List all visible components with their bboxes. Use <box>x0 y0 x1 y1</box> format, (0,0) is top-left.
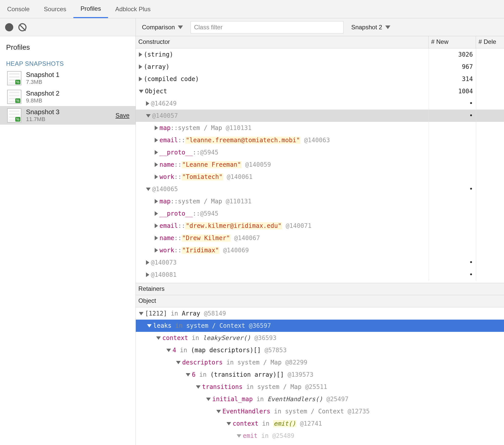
tree-row-prop[interactable]: __proto__ :: @5945 <box>136 207 504 220</box>
collapse-icon[interactable] <box>166 349 171 352</box>
snapshot-name: Snapshot 2 <box>26 89 60 97</box>
snapshot-name: Snapshot 1 <box>26 71 60 79</box>
tree-row-instance[interactable]: @146249 • <box>136 97 504 110</box>
expand-icon[interactable] <box>155 236 158 240</box>
retainer-row[interactable]: [1212] in Array @58149 <box>136 307 504 320</box>
profile-content: Comparison Snapshot 2 Constructor # New … <box>136 18 504 445</box>
tree-row-string[interactable]: (string) 3026 <box>136 48 504 61</box>
tree-row-prop[interactable]: name :: "Drew Kilmer" @140067 <box>136 232 504 244</box>
save-link[interactable]: Save <box>115 112 129 119</box>
heap-snapshots-heading: HEAP SNAPSHOTS <box>0 55 136 69</box>
cell-new: • <box>429 256 476 269</box>
retainer-row[interactable]: context in emit() @12741 <box>136 417 504 430</box>
retainer-row[interactable]: initial_map in EventHandlers() @25497 <box>136 393 504 405</box>
expand-icon[interactable] <box>139 64 142 69</box>
col-new[interactable]: # New <box>429 36 476 48</box>
constructor-tree[interactable]: (string) 3026 (array) 967 (compiled code… <box>136 48 504 283</box>
content-toolbar: Comparison Snapshot 2 <box>136 18 504 36</box>
cell-new: 1004 <box>429 85 476 97</box>
collapse-icon[interactable] <box>227 422 231 425</box>
tree-row-prop[interactable]: work :: "Tomiatech" @140061 <box>136 171 504 183</box>
tree-row-prop[interactable]: map :: system / Map @110131 <box>136 122 504 134</box>
expand-icon[interactable] <box>155 199 158 204</box>
retainer-row[interactable]: 6 in (transition array)[] @139573 <box>136 369 504 381</box>
collapse-icon[interactable] <box>206 398 211 401</box>
collapse-icon[interactable] <box>237 434 241 438</box>
expand-icon[interactable] <box>155 248 158 253</box>
snapshot-icon <box>7 90 21 104</box>
retainer-row[interactable]: 4 in (map descriptors)[] @57853 <box>136 344 504 356</box>
tree-row-instance[interactable]: @140065 • <box>136 183 504 195</box>
tree-row-instance-selected[interactable]: @140057 • <box>136 110 504 122</box>
expand-icon[interactable] <box>155 150 158 155</box>
tab-adblock[interactable]: Adblock Plus <box>108 0 158 18</box>
tree-row-prop[interactable]: __proto__ :: @5945 <box>136 146 504 159</box>
tab-profiles[interactable]: Profiles <box>73 0 108 18</box>
collapse-icon[interactable] <box>146 188 151 191</box>
compare-snapshot-label: Snapshot 2 <box>351 24 382 31</box>
tree-row-prop[interactable]: email :: "drew.kilmer@iridimax.edu" @140… <box>136 220 504 232</box>
cell-new: 3026 <box>429 48 476 61</box>
expand-icon[interactable] <box>139 77 142 81</box>
retainers-tree[interactable]: [1212] in Array @58149 leaks in system /… <box>136 307 504 443</box>
expand-icon[interactable] <box>155 126 158 130</box>
retainer-row[interactable]: descriptors in system / Map @82299 <box>136 356 504 369</box>
retainer-row-selected[interactable]: leaks in system / Context @36597 <box>136 320 504 332</box>
collapse-icon[interactable] <box>147 324 152 328</box>
snapshot-size: 7.3MB <box>26 79 60 85</box>
expand-icon[interactable] <box>146 101 149 106</box>
expand-icon[interactable] <box>155 175 158 179</box>
tree-row-compiled[interactable]: (compiled code) 314 <box>136 73 504 85</box>
collapse-icon[interactable] <box>196 385 201 389</box>
collapse-icon[interactable] <box>139 90 143 93</box>
retainer-row[interactable]: EventHandlers in system / Context @12735 <box>136 405 504 417</box>
cell-new: • <box>429 97 476 110</box>
collapse-icon[interactable] <box>139 312 143 315</box>
collapse-icon[interactable] <box>216 410 221 413</box>
collapse-icon[interactable] <box>156 336 161 340</box>
record-icon[interactable] <box>5 23 13 31</box>
collapse-icon[interactable] <box>146 114 151 117</box>
view-mode-dropdown[interactable]: Comparison <box>139 24 185 31</box>
cell-new: • <box>429 183 476 195</box>
col-del[interactable]: # Dele <box>476 36 504 48</box>
col-constructor[interactable]: Constructor <box>136 36 429 48</box>
collapse-icon[interactable] <box>186 373 190 376</box>
grid-header: Constructor # New # Dele <box>136 36 504 48</box>
chevron-down-icon <box>178 25 183 29</box>
tree-row-prop[interactable]: email :: "leanne.freeman@tomiatech.mobi"… <box>136 134 504 146</box>
expand-icon[interactable] <box>146 272 149 277</box>
tree-row-prop[interactable]: map :: system / Map @110131 <box>136 195 504 207</box>
tab-console[interactable]: Console <box>0 0 37 18</box>
view-mode-label: Comparison <box>142 24 175 31</box>
devtools-tabbar: Console Sources Profiles Adblock Plus <box>0 0 504 18</box>
tree-row-object[interactable]: Object 1004 <box>136 85 504 97</box>
retainer-row[interactable]: transitions in system / Map @25511 <box>136 381 504 393</box>
retainer-row[interactable]: emit in @25489 <box>136 430 504 442</box>
expand-icon[interactable] <box>146 260 149 265</box>
compare-snapshot-dropdown[interactable]: Snapshot 2 <box>349 24 393 31</box>
tree-row-prop[interactable]: work :: "Iridimax" @140069 <box>136 244 504 256</box>
tree-row-array[interactable]: (array) 967 <box>136 61 504 73</box>
class-filter-input[interactable] <box>191 21 343 33</box>
snapshot-item-2[interactable]: Snapshot 2 9.8MB <box>0 87 136 106</box>
expand-icon[interactable] <box>155 138 158 142</box>
expand-icon[interactable] <box>155 224 158 228</box>
expand-icon[interactable] <box>155 211 158 216</box>
snapshot-item-3[interactable]: Snapshot 3 11.7MB Save <box>0 106 136 125</box>
retainer-row[interactable]: context in leakyServer() @36593 <box>136 332 504 344</box>
tree-row-instance[interactable]: @140073 • <box>136 256 504 269</box>
cell-new: 967 <box>429 61 476 73</box>
clear-icon[interactable] <box>18 23 26 31</box>
expand-icon[interactable] <box>155 162 158 167</box>
snapshot-icon <box>7 108 21 123</box>
tree-row-instance[interactable]: @140081 • <box>136 269 504 281</box>
collapse-icon[interactable] <box>176 361 181 364</box>
snapshot-item-1[interactable]: Snapshot 1 7.3MB <box>0 69 136 87</box>
expand-icon[interactable] <box>139 52 142 57</box>
retainers-object-col[interactable]: Object <box>136 295 504 307</box>
sidebar-toolbar <box>0 18 136 36</box>
tree-row-prop[interactable]: name :: "Leanne Freeman" @140059 <box>136 159 504 171</box>
cell-new: • <box>429 269 476 281</box>
tab-sources[interactable]: Sources <box>37 0 73 18</box>
